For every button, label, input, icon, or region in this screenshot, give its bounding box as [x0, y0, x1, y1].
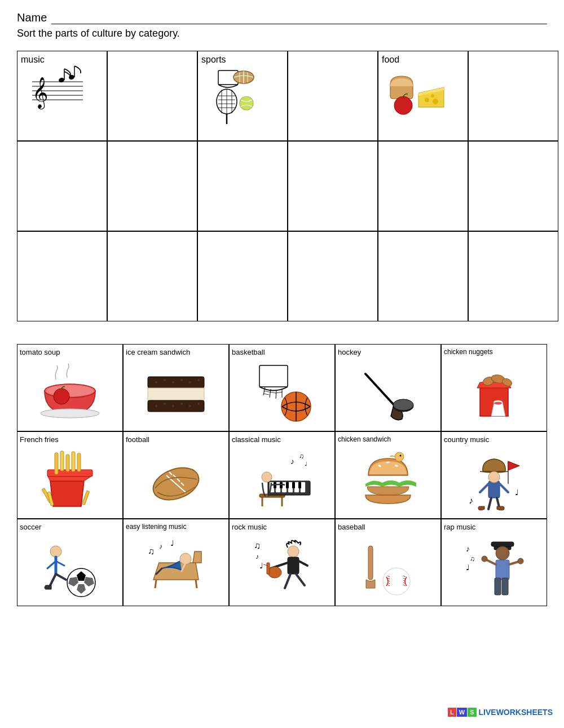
music-drop-1[interactable] [107, 51, 197, 141]
sports-drop-1[interactable] [288, 51, 378, 141]
svg-rect-138 [288, 557, 299, 574]
svg-point-169 [482, 556, 487, 562]
item-rock-music[interactable]: rock music [229, 519, 335, 606]
chicken-nuggets-image [444, 358, 544, 429]
sports-drop-2[interactable] [197, 141, 288, 231]
item-hockey[interactable]: hockey [335, 344, 441, 431]
svg-line-110 [480, 484, 488, 492]
svg-point-100 [262, 472, 272, 482]
svg-line-112 [488, 498, 491, 509]
header: Name Sort the parts of culture by catego… [17, 11, 547, 39]
sports-drop-5[interactable] [288, 231, 378, 321]
watermark-text: LIVEWORKSHEETS [479, 708, 553, 717]
svg-text:♫: ♫ [299, 452, 304, 460]
item-baseball[interactable]: baseball [335, 519, 441, 606]
svg-point-33 [46, 385, 94, 396]
svg-text:♩: ♩ [466, 563, 470, 572]
food-drop-1[interactable] [468, 51, 558, 141]
svg-point-42 [180, 379, 183, 381]
svg-rect-99 [298, 482, 301, 488]
soccer-label: soccer [20, 523, 41, 532]
hockey-image [338, 359, 438, 429]
easy-listening-music-image: ♫ ♪ ♩ [126, 533, 226, 603]
svg-text:♩: ♩ [515, 488, 519, 497]
svg-point-143 [268, 567, 281, 578]
food-drop-3[interactable] [468, 141, 558, 231]
sports-label: sports [201, 55, 226, 65]
svg-point-150 [383, 568, 410, 595]
svg-line-59 [276, 392, 283, 393]
watermark: L W S LIVEWORKSHEETS [448, 708, 553, 717]
country-music-label: country music [444, 435, 489, 444]
svg-text:♪: ♪ [255, 553, 259, 561]
svg-point-39 [155, 381, 157, 383]
food-drop-4[interactable] [378, 231, 468, 321]
svg-rect-51 [259, 365, 288, 387]
rock-music-label: rock music [232, 523, 267, 532]
item-soccer[interactable]: soccer [17, 519, 123, 606]
svg-point-41 [172, 381, 174, 383]
rap-music-label: rap music [444, 523, 475, 532]
sports-drop-3[interactable] [288, 141, 378, 231]
svg-point-24 [240, 96, 253, 110]
svg-point-118 [50, 546, 61, 557]
football-image [126, 447, 226, 516]
item-chicken-sandwich[interactable]: chicken sandwich [335, 431, 441, 519]
item-classical-music[interactable]: classical music [229, 431, 335, 519]
name-row: Name [17, 11, 547, 24]
svg-rect-70 [47, 470, 92, 476]
music-drop-3[interactable] [107, 141, 197, 231]
item-tomato-soup[interactable]: tomato soup [17, 344, 123, 431]
svg-line-54 [276, 390, 276, 399]
svg-point-170 [518, 558, 523, 564]
music-drop-5[interactable] [107, 231, 197, 321]
svg-rect-73 [66, 455, 69, 471]
item-french-fries[interactable]: French fries [17, 431, 123, 519]
svg-line-62 [365, 374, 396, 408]
item-rap-music[interactable]: rap music [441, 519, 547, 606]
svg-point-108 [400, 455, 402, 456]
svg-point-163 [496, 546, 509, 560]
item-ice-cream-sandwich[interactable]: ice cream sandwich [123, 344, 229, 431]
item-country-music[interactable]: country music [441, 431, 547, 519]
svg-rect-94 [301, 482, 305, 492]
svg-rect-75 [77, 453, 81, 471]
sort-section: music 𝄞 [17, 51, 547, 321]
sports-drop-4[interactable] [197, 231, 288, 321]
svg-text:♪: ♪ [159, 542, 162, 550]
svg-rect-98 [292, 482, 295, 488]
name-underline[interactable] [51, 12, 547, 24]
item-easy-listening-music[interactable]: easy listening music ♫ [123, 519, 229, 606]
watermark-logo: L W S [448, 708, 476, 717]
svg-point-47 [172, 405, 174, 407]
svg-text:𝄞: 𝄞 [32, 77, 48, 109]
food-drop-5[interactable] [468, 231, 558, 321]
name-label: Name [17, 11, 47, 24]
basketball-label: basketball [232, 348, 265, 357]
music-drop-4[interactable] [17, 231, 107, 321]
item-chicken-nuggets[interactable]: chicken nuggets [441, 344, 547, 431]
svg-rect-74 [72, 452, 75, 471]
classical-music-image: ♪ ♫ ♩ [232, 447, 332, 516]
music-label: music [21, 55, 45, 65]
svg-text:♪: ♪ [469, 496, 473, 505]
food-label: food [382, 55, 399, 65]
svg-line-140 [299, 561, 307, 566]
item-football[interactable]: football [123, 431, 229, 519]
svg-rect-165 [495, 578, 501, 595]
music-drop-2[interactable] [17, 141, 107, 231]
items-section: tomato soup [17, 344, 547, 606]
svg-point-25 [394, 96, 412, 114]
svg-rect-164 [496, 560, 509, 580]
svg-point-30 [433, 99, 438, 104]
svg-point-31 [431, 94, 434, 98]
svg-line-122 [50, 574, 56, 585]
svg-rect-91 [282, 482, 287, 492]
svg-rect-92 [288, 482, 293, 492]
item-basketball[interactable]: basketball [229, 344, 335, 431]
svg-point-107 [395, 452, 404, 461]
sports-group: sports [197, 51, 378, 321]
food-drop-2[interactable] [378, 141, 468, 231]
svg-line-129 [155, 580, 156, 588]
soccer-image [20, 534, 120, 603]
